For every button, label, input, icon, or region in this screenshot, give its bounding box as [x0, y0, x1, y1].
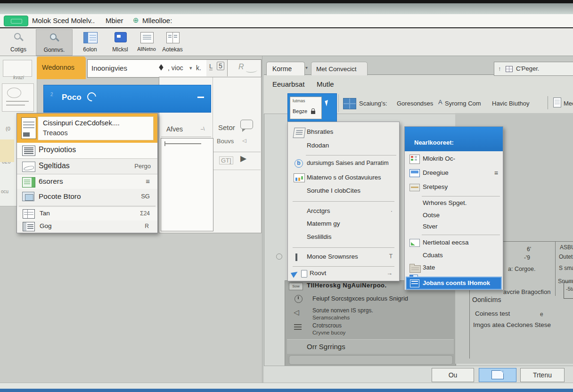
bar-icon: [295, 253, 297, 261]
ribbon-blue-panel: lutmas Begze: [287, 93, 337, 122]
menu-item-6sorers[interactable]: 6sorers ≡: [17, 174, 157, 189]
menu-item-seslilldis[interactable]: Seslilldis: [288, 231, 399, 245]
collapse-icon[interactable]: –\: [201, 126, 205, 131]
folder-icon: [409, 265, 421, 273]
ribbon-item[interactable]: Goresondses: [397, 100, 433, 107]
menu-item-monoe[interactable]: Monoe Srownsres T: [288, 251, 399, 264]
menubar-item[interactable]: Molok Sced Molelv..: [32, 16, 95, 24]
window-icon: [410, 279, 419, 287]
menu-item-bhsratles[interactable]: Bhsratles: [288, 126, 399, 140]
tab-wedonnos[interactable]: Wedonnos: [37, 57, 86, 79]
app-menu-item[interactable]: Mutle: [317, 80, 334, 88]
status-badge: Sow: [289, 283, 303, 290]
menu-separator: [422, 235, 500, 235]
dialog-footer: Ou Trtenu: [264, 366, 573, 383]
window-top-strip: [0, 0, 573, 3]
menu-separator: [293, 266, 394, 267]
menubar-item[interactable]: Mbier: [106, 16, 123, 24]
ribbon-tooltip: lutmas Begze: [290, 97, 322, 119]
highlight-inner-box: Cissinpuri CzeCdofsek.... Treaoos: [38, 116, 154, 140]
globe-icon: ⊕: [133, 16, 139, 24]
image-green-icon: [409, 239, 420, 247]
empty-list-box[interactable]: [161, 138, 213, 231]
menu-item-sretpesy[interactable]: Sretpesy: [405, 180, 503, 195]
empty-field[interactable]: [289, 355, 453, 365]
menu-item-dreegiue[interactable]: Dreegiue ≡: [405, 166, 503, 180]
ribbon-divider: [338, 94, 339, 112]
ribbon-item[interactable]: Havic Biuthoy: [492, 100, 529, 107]
status-panel: Sow TIIHeroskg NgAuiNerpoo. Feiupf Sorcs…: [285, 280, 456, 366]
search-input[interactable]: Inoonigvies , vioc ▾ k.: [88, 60, 207, 76]
snap-tool-button[interactable]: L 5: [206, 60, 228, 76]
settings-row[interactable]: Orr Sgrrings: [287, 339, 454, 354]
list-row-tick: [164, 141, 165, 146]
menu-item-proyoiotios[interactable]: Proyoiotios: [17, 143, 157, 158]
toolbar-button-allnetno[interactable]: AllNetno: [135, 29, 158, 55]
blue-header-bar[interactable]: 2 Poco: [43, 85, 211, 113]
app-menu-item[interactable]: Eeuarbsat: [272, 80, 304, 88]
ribbon-item[interactable]: A: [438, 98, 442, 106]
sketch-line: [6, 101, 29, 102]
menu-item-miatenvo[interactable]: Miatenvo s of Gostavuiures: [288, 171, 399, 185]
blue-tag-icon: [115, 32, 127, 42]
note-box: -5ta: [564, 282, 573, 299]
menu-item-3ate[interactable]: 3ate: [405, 261, 503, 275]
menu-item-mlokrib[interactable]: Mlokrib Oc-: [405, 152, 503, 166]
panel-label-bouvs: Bouvs: [217, 138, 234, 145]
refresh-icon: [85, 90, 98, 103]
menu-item-matemm[interactable]: Matemm gy: [288, 218, 399, 231]
ribbon-item[interactable]: Syrorng Com: [445, 100, 481, 107]
toolbar-button-6olon[interactable]: 6olon: [75, 29, 105, 55]
chart-icon: [294, 173, 305, 182]
apply-button[interactable]: [479, 368, 516, 382]
chip-gt[interactable]: GT]: [219, 156, 233, 164]
menu-item-dursiumgs[interactable]: b dursiumgs Saises and Parratim: [288, 157, 399, 171]
toolbar-button-cotigs[interactable]: Cotigs: [4, 29, 33, 55]
menu-item-ootse[interactable]: Ootse: [405, 210, 503, 222]
menu-item-tan[interactable]: Tan Σ24: [17, 207, 157, 220]
tab-met-convecict[interactable]: Met Convecict: [311, 62, 368, 75]
dropdown-menu-main: Bhsratles Rdodan b dursiumgs Saises and …: [287, 122, 400, 281]
mini-doc-icon: [301, 270, 307, 278]
toolbar-button-mlcksl[interactable]: Mlcksl: [106, 29, 134, 55]
menu-item-roovt[interactable]: Roovt →: [288, 268, 399, 280]
menu-item-arcctgrs[interactable]: Arcctgrs ·: [288, 206, 399, 218]
cursor-icon: [325, 100, 329, 106]
menu-item-sgeltidas[interactable]: Sgeltidas Pergo: [17, 158, 157, 174]
menu-item-selected[interactable]: Jobans coonts IHomok: [406, 277, 502, 290]
cancel-button[interactable]: Trtenu: [520, 368, 565, 382]
menu-item-wrhores[interactable]: Wrhores Spget.: [405, 197, 503, 210]
sketch-box: [3, 60, 32, 77]
panel-divider: [161, 137, 211, 137]
menu-item-rdodan[interactable]: Rdodan: [288, 140, 399, 153]
menu-item-nertietoal[interactable]: Nertietoal eecsa: [405, 236, 503, 250]
context-menu: Cissinpuri CzeCdofsek.... Treaoos Proyoi…: [16, 113, 158, 233]
ribbon-item[interactable]: Scaiung's:: [359, 100, 387, 107]
ribbon-item[interactable]: Meo: [564, 100, 573, 107]
app-window-button[interactable]: [4, 16, 28, 26]
menu-item-cduats[interactable]: Cduats: [405, 250, 503, 261]
menu-item-stver[interactable]: Stver: [405, 222, 503, 233]
table-icon: [23, 209, 35, 219]
menu-separator: [19, 206, 156, 206]
menubar-item[interactable]: Mlleolloe:: [142, 16, 172, 24]
grid-mini-icon: [506, 66, 513, 72]
detail-column-divider: [555, 241, 556, 296]
sketch-label: (0: [6, 126, 10, 131]
ok-button[interactable]: Ou: [432, 368, 474, 382]
tab-korme[interactable]: Korme: [266, 62, 305, 75]
up-arrow-icon: ↑: [498, 65, 501, 72]
grid-icon: [23, 222, 35, 231]
tab-caret-icon: ▾: [305, 65, 308, 70]
pen-sketch-stroke: [246, 68, 257, 73]
menu-item-highlighted[interactable]: Cissinpuri CzeCdofsek.... Treaoos: [17, 114, 157, 143]
menu-item-gog[interactable]: Gog R: [17, 220, 157, 233]
toolbar-button-gonnvs[interactable]: Gonnvs.: [36, 29, 73, 56]
blue-bar-title: Poco: [62, 93, 82, 102]
toolbar-button-aotekas[interactable]: Aotekas: [159, 29, 186, 55]
menu-item-pocote[interactable]: Pocote Btoro SG: [17, 189, 157, 204]
menu-item-soruthe[interactable]: Soruthe I clobCites: [288, 185, 399, 198]
corner-box[interactable]: ↑ C'Peger.: [494, 62, 573, 76]
bottom-edge: [0, 389, 573, 392]
list-row-mark: [164, 143, 201, 144]
